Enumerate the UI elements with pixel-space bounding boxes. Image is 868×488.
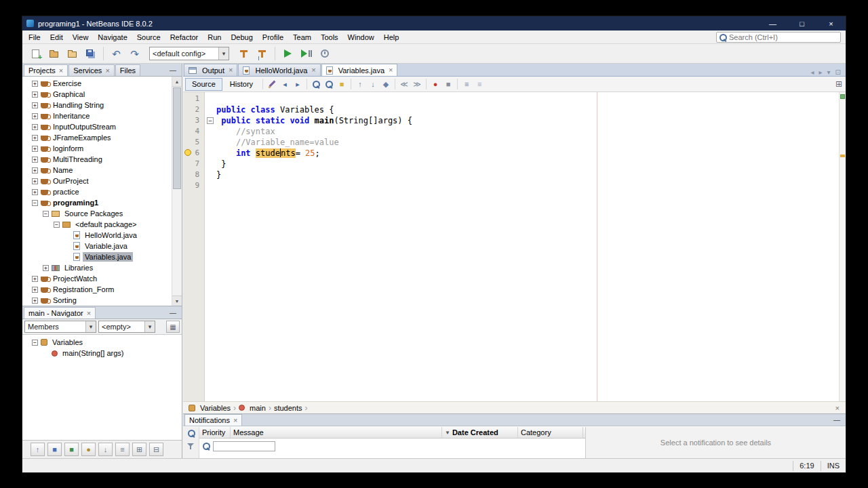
tree-item-inputoutputstream[interactable]: +InputOutputStream bbox=[22, 121, 182, 132]
expand-toggle-icon[interactable]: + bbox=[32, 189, 38, 195]
start-macro-recording-button[interactable]: ● bbox=[429, 78, 441, 90]
tree-item-registration-form[interactable]: +Registration_Form bbox=[22, 284, 182, 295]
code-line[interactable]: public class Variables { bbox=[205, 104, 839, 115]
tree-item-name[interactable]: +Name bbox=[22, 165, 182, 176]
code-line[interactable] bbox=[205, 94, 839, 104]
find-selection-button[interactable] bbox=[310, 78, 322, 90]
tab-navigator[interactable]: main - Navigator × bbox=[24, 307, 96, 319]
navigator-filter-select[interactable]: <empty> ▾ bbox=[98, 321, 155, 333]
expand-toggle-icon[interactable]: + bbox=[32, 276, 38, 282]
forward-button[interactable]: ▸ bbox=[292, 78, 304, 90]
next-bookmark-button[interactable]: ↓ bbox=[367, 78, 379, 90]
split-editor-button[interactable]: ⊞ bbox=[835, 79, 842, 89]
code-line[interactable]: //syntax bbox=[205, 126, 839, 137]
menu-edit[interactable]: Edit bbox=[45, 30, 68, 44]
close-tab-icon[interactable]: × bbox=[87, 310, 91, 317]
shift-line-right-button[interactable]: ≫ bbox=[411, 78, 423, 90]
tree-item-inheritance[interactable]: +Inheritance bbox=[22, 110, 182, 121]
tree-item-multithreading[interactable]: +MultiThreading bbox=[22, 154, 182, 165]
hint-lightbulb-icon[interactable] bbox=[184, 149, 191, 156]
source-view-button[interactable]: Source bbox=[185, 78, 222, 91]
minimize-panel-button[interactable]: — bbox=[164, 309, 182, 317]
menu-refactor[interactable]: Refactor bbox=[165, 30, 203, 44]
close-tab-icon[interactable]: × bbox=[229, 66, 233, 74]
column-header-category[interactable]: Category bbox=[518, 427, 583, 438]
toggle-bookmark-button[interactable]: ◆ bbox=[380, 78, 392, 90]
history-view-button[interactable]: History bbox=[223, 78, 260, 91]
tab-output[interactable]: Output× bbox=[184, 64, 237, 76]
tree-item-graphical[interactable]: +Graphical bbox=[22, 89, 182, 100]
code-line[interactable]: − public static void main(String[]args) … bbox=[205, 115, 839, 126]
sort-by-name-button[interactable]: ↓ bbox=[98, 443, 113, 456]
expand-toggle-icon[interactable]: − bbox=[54, 222, 60, 228]
projects-tree-scrollbar[interactable]: ▲ ▼ bbox=[172, 77, 182, 306]
expand-toggle-icon[interactable]: − bbox=[43, 211, 49, 217]
tree-item-ourproject[interactable]: +OurProject bbox=[22, 176, 182, 186]
menu-window[interactable]: Window bbox=[343, 30, 379, 44]
scroll-down-button[interactable]: ▼ bbox=[172, 296, 182, 306]
minimize-button[interactable]: — bbox=[758, 16, 787, 30]
tree-item-sorting[interactable]: +Sorting bbox=[22, 295, 182, 306]
expand-toggle-icon[interactable]: + bbox=[32, 92, 38, 98]
close-breadcrumb-icon[interactable]: × bbox=[833, 404, 842, 412]
tree-item-programing1[interactable]: −programing1 bbox=[22, 197, 182, 208]
maximize-document-button[interactable]: ⊡ bbox=[835, 68, 841, 76]
stop-macro-recording-button[interactable]: ■ bbox=[442, 78, 454, 90]
new-file-button[interactable] bbox=[27, 45, 44, 62]
tab-variables-java[interactable]: Variables.java× bbox=[321, 64, 398, 76]
uncomment-button[interactable]: ≡ bbox=[473, 78, 486, 90]
show-fields-button[interactable]: ■ bbox=[47, 443, 62, 456]
close-tab-icon[interactable]: × bbox=[233, 417, 237, 424]
tree-item-main-string-args[interactable]: main(String[] args) bbox=[22, 348, 182, 359]
projects-tree-area[interactable]: +Exercise+Graphical+Handling String+Inhe… bbox=[22, 77, 182, 306]
tree-item-default-package[interactable]: −<default package> bbox=[22, 219, 182, 230]
filter-notifications-icon[interactable] bbox=[187, 443, 195, 450]
breadcrumb-item-main[interactable]: main bbox=[237, 404, 268, 412]
open-project-button[interactable] bbox=[64, 45, 81, 62]
tree-item-variable-java[interactable]: Variable.java bbox=[22, 241, 182, 251]
profile-project-button[interactable] bbox=[316, 45, 333, 62]
tree-item-variables-java[interactable]: Variables.java bbox=[22, 251, 182, 262]
scroll-tabs-right-button[interactable]: ▸ bbox=[819, 68, 823, 76]
scrollbar-thumb[interactable] bbox=[173, 87, 181, 189]
minimize-panel-button[interactable]: — bbox=[828, 416, 846, 424]
new-project-button[interactable] bbox=[45, 45, 62, 62]
navigator-tree[interactable]: −Variablesmain(String[] args) bbox=[22, 335, 182, 440]
expand-toggle-icon[interactable]: + bbox=[32, 157, 38, 163]
tree-item-variables[interactable]: −Variables bbox=[22, 337, 182, 348]
expand-toggle-icon[interactable]: + bbox=[32, 167, 38, 174]
notifications-filter-input[interactable] bbox=[213, 441, 275, 451]
tree-item-exercise[interactable]: +Exercise bbox=[22, 78, 182, 89]
menu-debug[interactable]: Debug bbox=[226, 30, 257, 44]
expand-toggle-icon[interactable]: + bbox=[32, 124, 38, 130]
scroll-tabs-left-button[interactable]: ◂ bbox=[811, 68, 814, 76]
save-all-button[interactable] bbox=[82, 45, 99, 62]
tab-files[interactable]: Files bbox=[115, 64, 140, 76]
column-header-message[interactable]: Message bbox=[231, 427, 442, 438]
menu-help[interactable]: Help bbox=[379, 30, 404, 44]
run-project-button[interactable] bbox=[279, 45, 296, 62]
hint-stripe-mark[interactable] bbox=[840, 155, 845, 157]
expand-toggle-icon[interactable]: + bbox=[32, 102, 38, 108]
tree-item-projectwatch[interactable]: +ProjectWatch bbox=[22, 273, 182, 284]
code-line[interactable]: //Variable_name=value bbox=[205, 137, 839, 148]
show-static-members-button[interactable]: ■ bbox=[64, 443, 79, 456]
close-tab-icon[interactable]: × bbox=[105, 67, 109, 75]
breadcrumb-item-students[interactable]: students bbox=[272, 404, 304, 412]
collapse-all-button[interactable]: ⊟ bbox=[149, 443, 163, 456]
menu-run[interactable]: Run bbox=[203, 30, 226, 44]
tab-projects[interactable]: Projects× bbox=[24, 64, 68, 76]
minimize-panel-button[interactable]: — bbox=[164, 66, 182, 74]
search-input[interactable] bbox=[729, 33, 832, 41]
code-line[interactable]: } bbox=[205, 159, 839, 169]
build-project-button[interactable] bbox=[235, 45, 252, 62]
breadcrumb-item-variables[interactable]: Variables bbox=[186, 404, 233, 412]
code-line[interactable] bbox=[205, 180, 839, 191]
tree-item-jframeexamples[interactable]: +JFrameExamples bbox=[22, 132, 182, 143]
scroll-up-button[interactable]: ▲ bbox=[172, 77, 182, 87]
tree-item-loginform[interactable]: +loginform bbox=[22, 143, 182, 154]
search-notifications-icon[interactable] bbox=[187, 429, 195, 437]
back-button[interactable]: ◂ bbox=[279, 78, 291, 90]
find-occurrence-button[interactable] bbox=[323, 78, 335, 90]
code-editor[interactable]: 123456789 public class Variables {− publ… bbox=[183, 92, 846, 401]
